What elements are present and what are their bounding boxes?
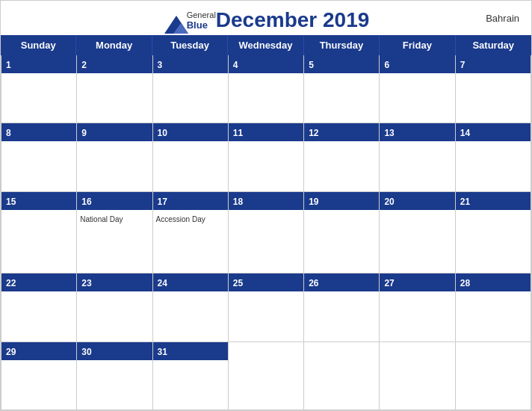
day-empty-4: . (456, 342, 531, 410)
calendar: General Blue December 2019 Bahrain Sunda… (0, 0, 532, 411)
logo-text: General Blue (187, 10, 216, 31)
day-6: 6 (380, 55, 455, 123)
day-20: 20 (380, 192, 455, 274)
logo-general: General (187, 10, 216, 19)
day-12: 12 (304, 123, 380, 191)
day-empty-1: . (229, 342, 304, 410)
day-10: 10 (153, 123, 229, 191)
logo-blue: Blue (187, 19, 216, 31)
weekday-thursday: Thursday (304, 35, 380, 55)
logo-icon (163, 13, 184, 28)
day-3: 3 (153, 55, 229, 123)
weekday-saturday: Saturday (456, 35, 531, 55)
day-1: 1 (1, 55, 77, 123)
day-31: 31 (153, 342, 229, 410)
weekday-monday: Monday (76, 35, 152, 55)
day-15: 15 (1, 192, 77, 274)
day-13: 13 (380, 123, 455, 191)
day-empty-2: . (304, 342, 380, 410)
event-national-day: National Day (80, 215, 123, 223)
day-25: 25 (229, 274, 304, 342)
day-8: 8 (1, 123, 77, 191)
calendar-body: 1 2 3 4 5 6 7 8 9 10 11 12 13 14 15 16Na… (1, 55, 531, 410)
day-18: 18 (229, 192, 304, 274)
day-26: 26 (304, 274, 380, 342)
day-22: 22 (1, 274, 77, 342)
country-label: Bahrain (486, 13, 519, 24)
day-29: 29 (1, 342, 77, 410)
day-21: 21 (456, 192, 531, 274)
day-9: 9 (77, 123, 152, 191)
calendar-title: December 2019 (216, 8, 369, 32)
day-14: 14 (456, 123, 531, 191)
weekday-wednesday: Wednesday (228, 35, 303, 55)
day-27: 27 (380, 274, 455, 342)
calendar-header: General Blue December 2019 Bahrain (1, 1, 531, 35)
weekday-sunday: Sunday (1, 35, 76, 55)
weekday-headers: Sunday Monday Tuesday Wednesday Thursday… (1, 35, 531, 55)
day-4: 4 (229, 55, 304, 123)
day-23: 23 (77, 274, 152, 342)
day-28: 28 (456, 274, 531, 342)
day-16: 16National Day (77, 192, 152, 274)
weekday-friday: Friday (380, 35, 455, 55)
day-17: 17Accession Day (153, 192, 229, 274)
event-accession-day: Accession Day (156, 215, 205, 223)
day-2: 2 (77, 55, 152, 123)
day-5: 5 (304, 55, 380, 123)
logo: General Blue (163, 10, 216, 31)
day-7: 7 (456, 55, 531, 123)
day-24: 24 (153, 274, 229, 342)
day-19: 19 (304, 192, 380, 274)
day-empty-3: . (380, 342, 455, 410)
day-30: 30 (77, 342, 152, 410)
day-11: 11 (229, 123, 304, 191)
